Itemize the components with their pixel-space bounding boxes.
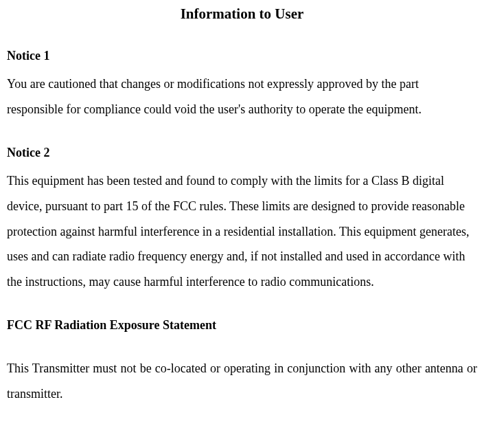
section-body-notice-1: You are cautioned that changes or modifi… [7,71,477,122]
section-heading-fcc-statement: FCC RF Radiation Exposure Statement [7,318,477,333]
section-heading-notice-2: Notice 2 [7,146,477,160]
document-container: Information to User Notice 1 You are cau… [7,5,477,407]
section-body-fcc-statement: This Transmitter must not be co-located … [7,356,477,407]
section-body-notice-2: This equipment has been tested and found… [7,168,477,295]
document-title: Information to User [7,5,477,23]
section-heading-notice-1: Notice 1 [7,49,477,63]
